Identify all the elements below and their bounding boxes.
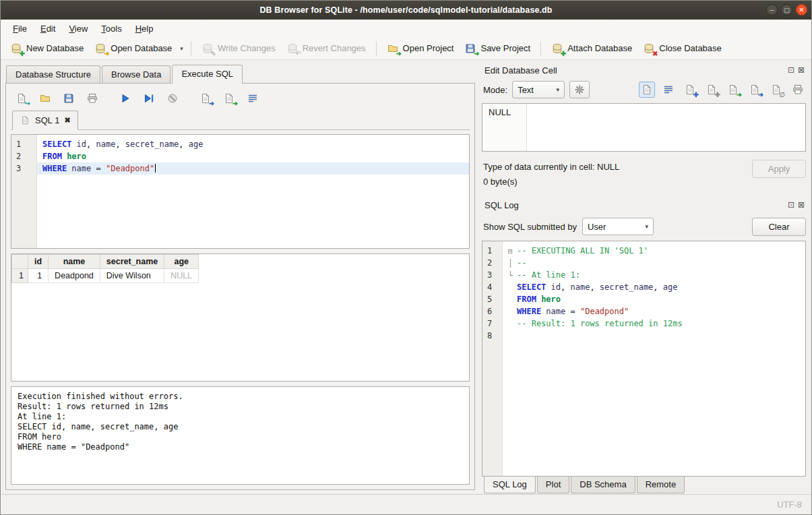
- dock-tab-db-schema[interactable]: DB Schema: [571, 477, 635, 493]
- menu-view[interactable]: View: [62, 21, 94, 36]
- revert-changes-button: ↶Revert Changes: [281, 40, 371, 57]
- dock-tab-sql-log[interactable]: SQL Log: [484, 477, 536, 493]
- titlebar[interactable]: DB Browser for SQLite - /home/user/code/…: [1, 1, 811, 20]
- column-header-age[interactable]: age: [164, 255, 199, 269]
- maximize-button[interactable]: [781, 4, 792, 16]
- message-area[interactable]: Execution finished without errors.Result…: [11, 386, 470, 485]
- open-in-external-button[interactable]: [569, 81, 590, 98]
- column-header-id[interactable]: id: [28, 255, 49, 269]
- text-mode-button[interactable]: [639, 82, 655, 98]
- new-sql-tab-button[interactable]: ↪: [13, 90, 30, 107]
- stop-button[interactable]: [164, 90, 181, 107]
- column-header-secret_name[interactable]: secret_name: [100, 255, 164, 269]
- import-sql-button[interactable]: ➜: [221, 90, 237, 107]
- fold-marker: └: [508, 270, 517, 282]
- print-button[interactable]: [84, 90, 100, 107]
- editor-line[interactable]: WHERE name = "Deadpond": [37, 162, 469, 175]
- sql-log-title: SQL Log: [485, 200, 519, 210]
- log-line[interactable]: -- Result: 1 rows returned in 12ms: [503, 317, 805, 330]
- log-line[interactable]: [503, 330, 805, 342]
- close-panel-icon[interactable]: [798, 66, 805, 74]
- tab-browse-data[interactable]: Browse Data: [102, 65, 170, 83]
- fold-marker[interactable]: ⊟: [508, 245, 517, 258]
- log-line[interactable]: WHERE name = "Deadpond": [503, 305, 805, 317]
- left-pane: Database StructureBrowse DataExecute SQL…: [1, 60, 475, 494]
- editor-code[interactable]: SELECT id, name, secret_name, ageFROM he…: [37, 135, 469, 248]
- execute-current-line-icon: [143, 92, 155, 104]
- new-database-button[interactable]: ✚New Database: [5, 40, 89, 57]
- paste-icon: ✚: [706, 84, 718, 96]
- encoding-indicator[interactable]: UTF-8: [777, 499, 802, 510]
- close-tab-icon[interactable]: [63, 116, 71, 125]
- close-database-button[interactable]: ✖Close Database: [637, 40, 727, 57]
- float-panel-icon[interactable]: [788, 66, 794, 74]
- cell-toolbar-icons: ✚✚➜➜∅: [639, 82, 806, 98]
- result-cell[interactable]: Dive Wilson: [100, 269, 164, 283]
- result-cell[interactable]: NULL: [164, 269, 199, 283]
- dock-tab-remote[interactable]: Remote: [637, 477, 685, 493]
- chevron-down-icon: [557, 86, 560, 93]
- execute-all-button[interactable]: [117, 90, 133, 107]
- word-wrap-button[interactable]: [245, 90, 261, 107]
- cell-editor[interactable]: NULL: [482, 103, 806, 152]
- word-wrap-button[interactable]: [660, 82, 677, 98]
- export-sql-button[interactable]: ➜: [197, 90, 214, 107]
- sql-tab[interactable]: SQL 1: [12, 111, 78, 130]
- result-cell[interactable]: Deadpond: [49, 269, 100, 283]
- result-row: 11DeadpondDive WilsonNULL: [12, 269, 199, 283]
- dock-tab-plot[interactable]: Plot: [537, 477, 569, 493]
- open-database-button[interactable]: ➜Open Database: [89, 40, 177, 57]
- log-line[interactable]: ⊟-- EXECUTING ALL IN 'SQL 1': [503, 245, 805, 257]
- export-text-button[interactable]: ➜: [747, 82, 763, 98]
- save-sql-file-button[interactable]: [61, 90, 77, 107]
- log-line[interactable]: SELECT id, name, secret_name, age: [503, 281, 805, 293]
- dock-tabbar: SQL LogPlotDB SchemaRemote: [482, 477, 806, 494]
- menu-tools[interactable]: Tools: [94, 21, 128, 36]
- attach-database-label: Attach Database: [567, 43, 632, 53]
- sql-tab-label: SQL 1: [35, 115, 59, 125]
- editor-gutter: 123: [11, 135, 37, 248]
- close-button[interactable]: [796, 4, 807, 16]
- column-header-name[interactable]: name: [49, 255, 100, 269]
- log-line[interactable]: │--: [503, 257, 805, 269]
- open-project-button[interactable]: ➜Open Project: [381, 40, 460, 57]
- sql-log-view[interactable]: 12345678 ⊟-- EXECUTING ALL IN 'SQL 1'│--…: [482, 241, 806, 477]
- editor-line-number: 2: [11, 150, 36, 162]
- submitter-select[interactable]: User: [582, 218, 654, 235]
- float-log-panel-icon[interactable]: [788, 201, 794, 209]
- mode-select[interactable]: Text: [512, 81, 565, 98]
- menu-help[interactable]: Help: [129, 21, 160, 36]
- set-null-button[interactable]: ∅: [768, 82, 784, 98]
- print-cell-button[interactable]: [790, 82, 806, 98]
- apply-button: Apply: [752, 160, 806, 178]
- attach-database-button[interactable]: ✚Attach Database: [546, 40, 637, 57]
- log-line[interactable]: FROM hero: [503, 293, 805, 305]
- execute-current-line-button[interactable]: [141, 90, 157, 107]
- copy-button[interactable]: ✚: [682, 82, 698, 98]
- import-text-button[interactable]: ➜: [725, 82, 741, 98]
- message-line: WHERE name = "Deadpond": [18, 442, 463, 452]
- close-log-panel-icon[interactable]: [798, 201, 805, 209]
- minimize-button[interactable]: [766, 4, 778, 16]
- paste-button[interactable]: ✚: [704, 82, 720, 98]
- cell-editor-area[interactable]: [527, 104, 805, 151]
- open-project-icon: ➜: [387, 42, 399, 55]
- editor-line[interactable]: FROM hero: [37, 150, 469, 162]
- sql-editor[interactable]: 123 SELECT id, name, secret_name, ageFRO…: [11, 134, 470, 249]
- result-cell[interactable]: 1: [28, 269, 49, 283]
- open-database-dropdown-button[interactable]: [177, 44, 186, 53]
- row-number[interactable]: 1: [12, 269, 28, 283]
- menu-file[interactable]: File: [6, 21, 34, 36]
- save-project-button[interactable]: ➜Save Project: [459, 40, 536, 57]
- message-line: FROM hero: [18, 432, 463, 442]
- export-text-icon: ➜: [749, 84, 761, 96]
- tab-execute-sql[interactable]: Execute SQL: [172, 65, 243, 84]
- tab-database-structure[interactable]: Database Structure: [6, 65, 100, 83]
- open-sql-file-button[interactable]: [37, 90, 53, 107]
- menu-edit[interactable]: Edit: [34, 21, 62, 36]
- log-line[interactable]: └-- At line 1:: [503, 269, 805, 281]
- message-line: Execution finished without errors.: [18, 392, 463, 402]
- statusbar: UTF-8: [1, 494, 811, 514]
- editor-line[interactable]: SELECT id, name, secret_name, age: [37, 138, 469, 150]
- clear-button[interactable]: Clear: [752, 218, 806, 236]
